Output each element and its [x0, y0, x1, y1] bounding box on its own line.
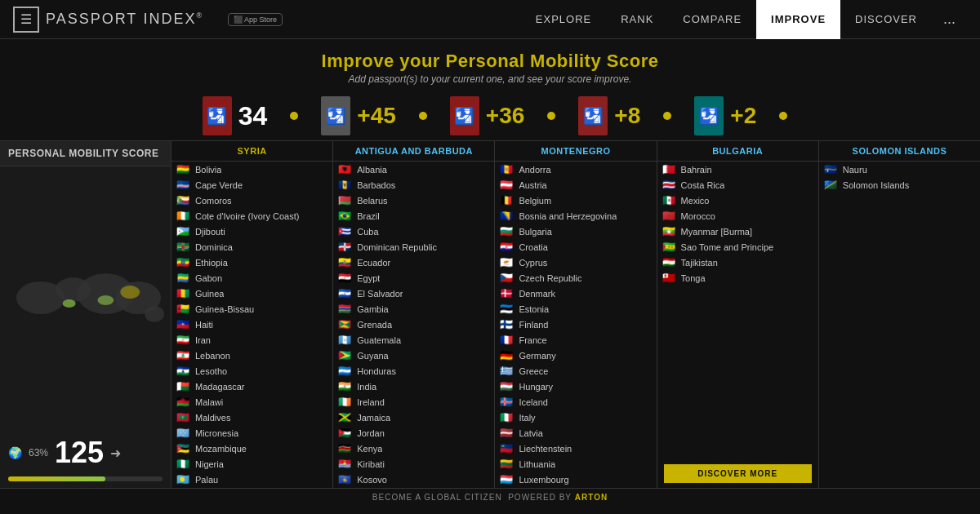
- list-item[interactable]: 🇬🇾Guyana: [333, 348, 494, 363]
- list-item[interactable]: 🇦🇱Albania: [333, 162, 494, 177]
- list-item[interactable]: 🇦🇹Austria: [495, 177, 656, 193]
- list-item[interactable]: 🇲🇦Morocco: [657, 208, 818, 224]
- column-solomon: Solomon Islands🇳🇷Nauru🇸🇧Solomon Islands: [819, 141, 980, 488]
- list-item[interactable]: 🇨🇮Cote d'Ivoire (Ivory Coast): [172, 208, 332, 224]
- score-dot-3: [547, 112, 555, 120]
- list-item[interactable]: 🇬🇷Greece: [495, 363, 656, 379]
- list-item[interactable]: 🇫🇮Finland: [495, 317, 656, 332]
- country-name: Gambia: [357, 304, 389, 314]
- list-item[interactable]: 🇩🇲Dominica: [172, 239, 332, 255]
- list-item[interactable]: 🇽🇰Kosovo: [333, 472, 494, 487]
- nav-more[interactable]: ...: [932, 0, 967, 39]
- list-item[interactable]: 🇲🇬Madagascar: [172, 379, 332, 394]
- list-item[interactable]: 🇪🇬Egypt: [333, 270, 494, 286]
- footer-powered: POWERED BY: [508, 493, 572, 502]
- list-item[interactable]: 🇹🇯Tajikistan: [657, 255, 818, 270]
- list-item[interactable]: 🇹🇴Tonga: [657, 270, 818, 286]
- arrow-icon[interactable]: ➜: [110, 445, 121, 461]
- list-item[interactable]: 🇪🇨Ecuador: [333, 255, 494, 270]
- list-item[interactable]: 🇲🇻Maldives: [172, 410, 332, 425]
- flag-icon: 🇲🇿: [176, 442, 191, 454]
- passport-solomon[interactable]: 🛂 +2: [678, 96, 773, 135]
- list-item[interactable]: 🇬🇼Guinea-Bissau: [172, 301, 332, 317]
- list-item[interactable]: 🇮🇹Italy: [495, 410, 656, 425]
- column-bulgaria: Bulgaria🇧🇭Bahrain🇨🇷Costa Rica🇲🇽Mexico🇲🇦M…: [657, 141, 819, 488]
- list-item[interactable]: 🇲🇽Mexico: [657, 193, 818, 208]
- list-item[interactable]: 🇩🇪Germany: [495, 348, 656, 363]
- list-item[interactable]: 🇩🇴Dominican Republic: [333, 239, 494, 255]
- list-item[interactable]: 🇧🇧Barbados: [333, 177, 494, 193]
- list-item[interactable]: 🇸🇹Sao Tome and Principe: [657, 239, 818, 255]
- map-area: [0, 166, 171, 429]
- list-item[interactable]: 🇰🇪Kenya: [333, 441, 494, 456]
- list-item[interactable]: 🇸🇻El Salvador: [333, 286, 494, 301]
- list-item[interactable]: 🇳🇷Nauru: [819, 162, 980, 177]
- passport-syria[interactable]: 🛂 34: [186, 96, 284, 135]
- list-item[interactable]: 🇵🇸Palestinian Territories: [172, 487, 332, 488]
- nav-explore[interactable]: EXPLORE: [521, 0, 606, 39]
- flag-icon: 🇪🇪: [500, 303, 514, 315]
- list-item[interactable]: 🇭🇺Hungary: [495, 379, 656, 394]
- list-item[interactable]: 🇲🇼Malawi: [172, 394, 332, 410]
- list-item[interactable]: 🇯🇴Jordan: [333, 425, 494, 441]
- list-item[interactable]: 🇭🇷Croatia: [495, 239, 656, 255]
- passport-bulgaria[interactable]: 🛂 +8: [562, 96, 657, 135]
- list-item[interactable]: 🇧🇭Bahrain: [657, 162, 818, 177]
- list-item[interactable]: 🇨🇺Cuba: [333, 224, 494, 239]
- list-item[interactable]: 🇱🇹Lithuania: [495, 456, 656, 472]
- list-item[interactable]: 🇮🇳India: [333, 379, 494, 394]
- list-item[interactable]: 🇧🇦Bosnia and Herzegovina: [495, 208, 656, 224]
- list-item[interactable]: 🇧🇾Belarus: [333, 193, 494, 208]
- list-item[interactable]: 🇪🇹Ethiopia: [172, 255, 332, 270]
- list-item[interactable]: 🇨🇷Costa Rica: [657, 177, 818, 193]
- list-item[interactable]: 🇲🇿Mozambique: [172, 441, 332, 456]
- list-item[interactable]: 🇩🇰Denmark: [495, 286, 656, 301]
- nav-improve[interactable]: IMPROVE: [756, 0, 840, 39]
- list-item[interactable]: 🇵🇼Palau: [172, 472, 332, 487]
- list-item[interactable]: 🇮🇷Iran: [172, 332, 332, 348]
- menu-icon[interactable]: ☰: [13, 7, 39, 33]
- list-item[interactable]: 🇧🇬Bulgaria: [495, 224, 656, 239]
- list-item[interactable]: 🇲🇹Malta: [495, 487, 656, 488]
- list-item[interactable]: 🇨🇿Czech Republic: [495, 270, 656, 286]
- list-item[interactable]: 🇩🇯Djibouti: [172, 224, 332, 239]
- list-item[interactable]: 🇲🇷Mauritania: [333, 487, 494, 488]
- passport-montenegro[interactable]: 🛂 +36: [434, 96, 541, 135]
- list-item[interactable]: 🇰🇲Comoros: [172, 193, 332, 208]
- discover-more-button[interactable]: DISCOVER MORE: [664, 464, 812, 483]
- list-item[interactable]: 🇦🇩Andorra: [495, 162, 656, 177]
- list-item[interactable]: 🇫🇷France: [495, 332, 656, 348]
- list-item[interactable]: 🇨🇾Cyprus: [495, 255, 656, 270]
- list-item[interactable]: 🇸🇧Solomon Islands: [819, 177, 980, 193]
- list-item[interactable]: 🇪🇪Estonia: [495, 301, 656, 317]
- nav-discover[interactable]: DISCOVER: [840, 0, 932, 39]
- list-item[interactable]: 🇫🇲Micronesia: [172, 425, 332, 441]
- list-item[interactable]: 🇧🇴Bolivia: [172, 162, 332, 177]
- list-item[interactable]: 🇱🇮Liechtenstein: [495, 441, 656, 456]
- nav-compare[interactable]: COMPARE: [668, 0, 756, 39]
- list-item[interactable]: 🇭🇳Honduras: [333, 363, 494, 379]
- list-item[interactable]: 🇱🇸Lesotho: [172, 363, 332, 379]
- list-item[interactable]: 🇧🇪Belgium: [495, 193, 656, 208]
- list-item[interactable]: 🇭🇹Haiti: [172, 317, 332, 332]
- list-item[interactable]: 🇨🇻Cape Verde: [172, 177, 332, 193]
- list-item[interactable]: 🇰🇮Kiribati: [333, 456, 494, 472]
- list-item[interactable]: 🇯🇲Jamaica: [333, 410, 494, 425]
- list-item[interactable]: 🇮🇪Ireland: [333, 394, 494, 410]
- list-item[interactable]: 🇬🇳Guinea: [172, 286, 332, 301]
- list-item[interactable]: 🇧🇷Brazil: [333, 208, 494, 224]
- app-store-badge[interactable]: ⬛ App Store: [228, 13, 283, 26]
- list-item[interactable]: 🇬🇦Gabon: [172, 270, 332, 286]
- list-item[interactable]: 🇬🇹Guatemala: [333, 332, 494, 348]
- list-item[interactable]: 🇬🇲Gambia: [333, 301, 494, 317]
- list-item[interactable]: 🇱🇺Luxembourg: [495, 472, 656, 487]
- passport-antigua[interactable]: 🛂 +45: [305, 96, 412, 135]
- list-item[interactable]: 🇱🇻Latvia: [495, 425, 656, 441]
- list-item[interactable]: 🇲🇲Myanmar [Burma]: [657, 224, 818, 239]
- nav-rank[interactable]: RANK: [606, 0, 668, 39]
- list-item[interactable]: 🇱🇧Lebanon: [172, 348, 332, 363]
- flag-icon: 🇬🇦: [176, 272, 191, 284]
- list-item[interactable]: 🇳🇬Nigeria: [172, 456, 332, 472]
- list-item[interactable]: 🇮🇸Iceland: [495, 394, 656, 410]
- list-item[interactable]: 🇬🇩Grenada: [333, 317, 494, 332]
